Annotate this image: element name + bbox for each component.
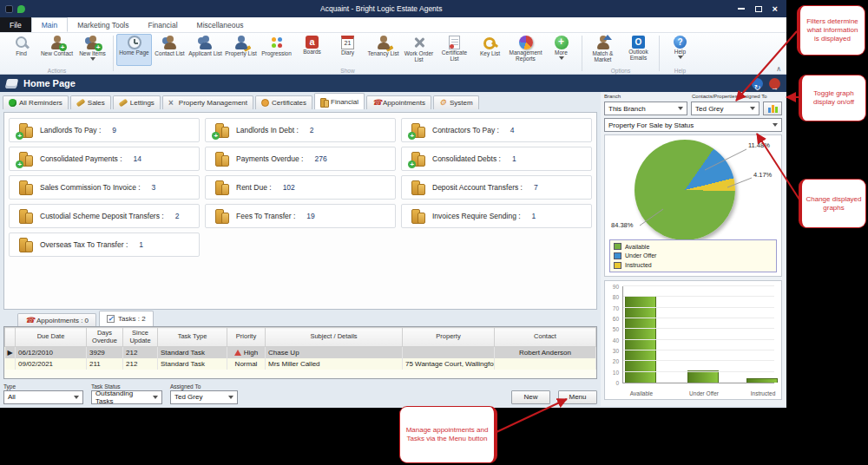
ribbon-button-more[interactable]: More: [543, 34, 579, 66]
ribbon-button-progression[interactable]: Progression: [259, 34, 294, 66]
ribbon-button-applicant-list[interactable]: Applicant List: [187, 34, 223, 66]
tile-deposit-account-transfers[interactable]: Deposit Account Transfers :7: [401, 175, 592, 200]
tile-consolidated-debts[interactable]: Consolidated Debts :1: [401, 147, 592, 171]
refresh-icon[interactable]: [752, 78, 763, 89]
ribbon-button-boards[interactable]: Boards: [294, 34, 330, 66]
new-button[interactable]: New: [511, 390, 550, 404]
assigned-filter-label: Contacts/Properties Assigned To: [692, 94, 767, 99]
tile-contractors-to-pay[interactable]: Contractors To Pay :4: [401, 118, 592, 142]
task-status-filter-select[interactable]: Outstanding Tasks: [91, 390, 162, 404]
type-filter-select[interactable]: All: [3, 390, 83, 404]
applicants-icon: [197, 36, 214, 50]
branch-filter-select[interactable]: This Branch: [604, 102, 687, 115]
tile-custodial-scheme-deposit-transfers[interactable]: Custodial Scheme Deposit Transfers :2: [9, 204, 200, 228]
ribbon-button-certificate-list[interactable]: Certificate List: [437, 34, 472, 66]
tile-landlords-in-debt[interactable]: Landlords In Debt :2: [205, 118, 396, 142]
column-header-priority[interactable]: Priority: [227, 328, 266, 347]
tab-financial[interactable]: Financial: [139, 17, 187, 32]
column-header-days-overdue[interactable]: Days Overdue: [87, 328, 123, 347]
ribbon-button-home-page[interactable]: Home Page: [116, 34, 152, 66]
chevron-down-icon: [153, 396, 158, 399]
column-header-subject-details[interactable]: Subject / Details: [266, 328, 403, 347]
tile-payments-overdue[interactable]: Payments Overdue :276: [205, 147, 396, 171]
legend-item: Under Offer: [614, 252, 773, 259]
tab-sales[interactable]: Sales: [70, 95, 111, 109]
column-header-since-update[interactable]: Since Update: [123, 328, 158, 347]
column-header-due-date[interactable]: Due Date: [16, 328, 87, 347]
exit-icon[interactable]: [769, 78, 780, 89]
tile-invoices-require-sending[interactable]: Invoices Require Sending :1: [401, 204, 592, 228]
ribbon-separator: [659, 36, 660, 71]
ribbon-button-work-order-list[interactable]: Work Order List: [401, 34, 437, 66]
toggle-graph-button[interactable]: [763, 102, 782, 115]
tab-tasks-list[interactable]: Tasks : 2: [99, 311, 154, 326]
collapse-ribbon-icon[interactable]: ∧: [776, 65, 781, 73]
ribbon-button-new-items[interactable]: New Items: [75, 34, 110, 66]
x-axis-label: Instructed: [737, 390, 789, 396]
ribbon-button-new-contact[interactable]: New Contact: [39, 34, 75, 66]
tab-property-management[interactable]: Property Management: [162, 95, 253, 109]
table-row[interactable]: ▶ 06/12/2010 3929 212 Standard Task High…: [5, 347, 596, 358]
tile-overseas-tax-to-transfer[interactable]: Overseas Tax To Transfer :1: [9, 232, 200, 257]
x-axis-label: Under Offer: [678, 390, 730, 396]
tab-all-reminders[interactable]: All Reminders: [3, 95, 69, 109]
ribbon-button-tenancy-list[interactable]: Tenancy List: [365, 34, 401, 66]
ribbon-button-help[interactable]: Help: [662, 34, 698, 66]
phone-icon: [372, 99, 380, 107]
more-icon: [555, 36, 569, 49]
gear-icon: [439, 99, 447, 107]
tab-marketing-tools[interactable]: Marketing Tools: [68, 17, 138, 32]
column-header-property[interactable]: Property: [403, 328, 495, 347]
x-axis-label: Available: [615, 390, 667, 396]
coins-icon: [17, 180, 32, 195]
tile-rent-due[interactable]: Rent Due :102: [205, 175, 396, 200]
outlook-icon: [632, 36, 645, 49]
tab-certificates[interactable]: Certificates: [255, 95, 312, 109]
tab-lettings[interactable]: Lettings: [113, 95, 161, 109]
tab-appointments[interactable]: Appointments: [366, 95, 431, 109]
column-header-task-type[interactable]: Task Type: [158, 328, 227, 347]
minimize-icon[interactable]: [738, 8, 745, 10]
graph-selector[interactable]: Property For Sale by Status: [604, 118, 782, 132]
ribbon-button-contact-list[interactable]: Contact List: [152, 34, 187, 66]
ribbon-button-property-list[interactable]: Property List: [223, 34, 259, 66]
tile-sales-commission-to-invoice[interactable]: Sales Commission To Invoice :3: [9, 175, 200, 200]
coins-icon: [214, 152, 228, 167]
tile-landlords-to-pay[interactable]: Landlords To Pay :9: [9, 118, 200, 142]
ribbon-button-find[interactable]: Find: [3, 34, 39, 66]
legend-item: Instructed: [614, 262, 773, 269]
tile-consolidated-payments[interactable]: Consolidated Payments :14: [9, 147, 200, 171]
tab-financial[interactable]: Financial: [314, 93, 365, 109]
assigned-to-filter-select[interactable]: Ted Grey: [170, 390, 238, 404]
tab-miscellaneous[interactable]: Miscellaneous: [187, 17, 253, 32]
pie-legend: Available Under Offer Instructed: [609, 239, 777, 272]
home-page-icon: [128, 36, 141, 49]
tab-system[interactable]: System: [433, 95, 479, 109]
boards-icon: [306, 36, 319, 49]
ribbon-button-diary[interactable]: Diary: [330, 34, 365, 66]
legend-item: Available: [614, 243, 773, 250]
menu-button[interactable]: Menu: [558, 390, 597, 404]
tile-column-3: Contractors To Pay :4 Consolidated Debts…: [401, 118, 592, 304]
ribbon-button-outlook-emails[interactable]: Outlook Emails: [621, 34, 656, 66]
chevron-down-icon: [750, 107, 755, 110]
tab-appointments-list[interactable]: Appointments : 0: [17, 313, 96, 326]
assigned-filter-select[interactable]: Ted Grey: [691, 102, 760, 115]
tile-fees-to-transfer[interactable]: Fees To Transfer :19: [205, 204, 396, 228]
diary-icon: [341, 36, 354, 49]
table-row[interactable]: 09/02/2021 211 212 Standard Task Normal …: [5, 358, 596, 370]
column-header-contact[interactable]: Contact: [495, 328, 596, 347]
close-icon[interactable]: ×: [773, 4, 778, 13]
coins-plus-icon: [410, 152, 424, 167]
ribbon-button-match-market[interactable]: Match & Market: [585, 34, 621, 66]
ribbon-button-management-reports[interactable]: Management Reports: [508, 34, 543, 66]
group-label-help: Help: [661, 68, 700, 74]
coins-icon: [410, 180, 424, 195]
window-title: Acquaint - Bright Logic Estate Agents: [30, 4, 733, 13]
tab-main[interactable]: Main: [31, 17, 68, 32]
certificate-icon: [261, 99, 269, 107]
restore-icon[interactable]: [755, 6, 762, 12]
tab-file[interactable]: File: [0, 17, 31, 32]
ribbon-button-key-list[interactable]: Key List: [472, 34, 508, 66]
tasks-table: Due Date Days Overdue Since Update Task …: [3, 326, 597, 379]
